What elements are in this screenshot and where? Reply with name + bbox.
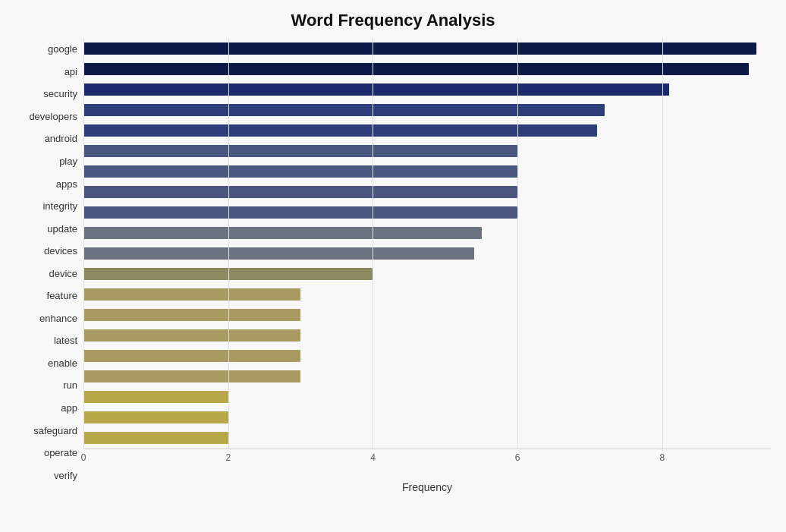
bar-row: [83, 307, 771, 323]
bar: [83, 268, 373, 280]
bar-row: [83, 348, 771, 364]
bar: [83, 186, 517, 198]
grid-lines: [83, 38, 771, 449]
y-axis-label: device: [49, 265, 77, 282]
bar-row: [83, 40, 771, 57]
bar: [83, 432, 228, 444]
bar: [83, 247, 474, 260]
bar-row: [83, 184, 771, 200]
bar: [83, 411, 228, 423]
y-axis-label: enable: [48, 354, 77, 371]
x-tick-label: 6: [515, 452, 520, 463]
x-tick-label: 8: [660, 452, 665, 463]
y-axis-label: app: [61, 400, 77, 417]
bar-row: [83, 327, 771, 344]
y-axis-label: integrity: [42, 198, 77, 215]
x-axis-area: 02468 Frequency: [83, 449, 771, 486]
x-axis-title: Frequency: [83, 481, 771, 493]
y-axis-label: play: [59, 153, 77, 170]
bars-and-xaxis: 02468 Frequency: [83, 38, 771, 486]
bar: [83, 145, 517, 157]
bar-row: [83, 389, 771, 405]
y-axis-label: security: [43, 86, 77, 102]
bar-row: [83, 266, 771, 282]
bar: [83, 63, 749, 75]
bar-row: [83, 225, 771, 241]
chart-container: Word Frequency Analysis googleapisecurit…: [0, 0, 786, 532]
x-tick-label: 2: [225, 452, 231, 463]
grid-line: [662, 38, 663, 449]
bar: [83, 227, 482, 239]
y-axis-label: feature: [47, 288, 77, 304]
y-axis-label: devices: [44, 243, 77, 260]
bar: [83, 288, 300, 301]
chart-area: googleapisecuritydevelopersandroidplayap…: [15, 38, 771, 486]
grid-line: [83, 38, 84, 449]
y-axis-label: run: [63, 377, 77, 394]
y-axis-label: apps: [56, 175, 77, 192]
y-axis-label: developers: [29, 108, 77, 124]
y-axis-label: operate: [44, 445, 77, 461]
x-tick-label: 4: [370, 452, 376, 463]
y-axis-label: safeguard: [33, 422, 77, 439]
bar-row: [83, 368, 771, 385]
bar-row: [83, 102, 771, 118]
y-axis-label: verify: [54, 467, 77, 483]
bar: [83, 206, 517, 219]
y-axis: googleapisecuritydevelopersandroidplayap…: [15, 38, 83, 486]
bar-row: [83, 122, 771, 139]
grid-line: [517, 38, 518, 449]
bar: [83, 124, 597, 137]
bar: [83, 370, 300, 382]
bars-area: [83, 38, 771, 449]
grid-line: [373, 38, 373, 449]
bar: [83, 165, 517, 178]
bar: [83, 329, 300, 342]
bar: [83, 309, 300, 321]
y-axis-label: android: [45, 131, 77, 147]
x-tick-label: 0: [81, 452, 86, 463]
bar-row: [83, 204, 771, 221]
bar: [83, 350, 300, 362]
y-axis-label: latest: [54, 332, 77, 349]
bar-row: [83, 163, 771, 180]
bar: [83, 83, 669, 96]
x-ticks: 02468: [83, 452, 771, 467]
y-axis-label: enhance: [39, 310, 77, 326]
bar: [83, 104, 605, 116]
bar-row: [83, 143, 771, 159]
bar-row: [83, 430, 771, 446]
bar: [83, 42, 756, 55]
chart-title: Word Frequency Analysis: [291, 11, 495, 30]
y-axis-label: google: [48, 41, 77, 58]
bar-row: [83, 61, 771, 77]
bar-row: [83, 81, 771, 98]
y-axis-label: update: [47, 220, 77, 237]
bar-row: [83, 409, 771, 426]
y-axis-label: api: [64, 63, 77, 80]
grid-line: [228, 38, 229, 449]
bar-row: [83, 286, 771, 303]
bar: [83, 391, 228, 403]
x-axis-line: [83, 449, 771, 449]
bar-row: [83, 245, 771, 262]
